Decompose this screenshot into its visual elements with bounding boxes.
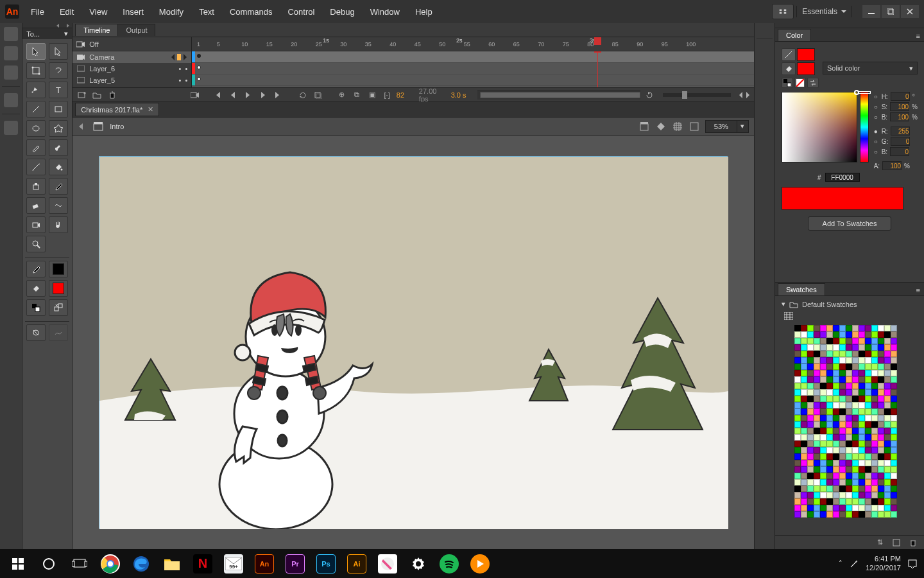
krita-icon[interactable] (373, 551, 402, 577)
line-tool[interactable] (26, 101, 46, 118)
timeline-fit-zoom[interactable] (739, 90, 749, 100)
system-tray[interactable]: ˄ 6:41 PM 12/20/2017 (839, 555, 920, 572)
swap-color-icon[interactable] (807, 78, 819, 88)
width-tool[interactable] (49, 197, 68, 214)
delete-layer-button[interactable] (107, 90, 117, 100)
h-input[interactable] (891, 92, 910, 101)
pencil-tool[interactable] (26, 139, 46, 156)
b-input[interactable] (890, 112, 909, 121)
rail-history-icon[interactable] (4, 93, 18, 107)
free-transform-tool[interactable] (26, 62, 46, 79)
menu-file[interactable]: File (24, 4, 51, 19)
menu-debug[interactable]: Debug (323, 4, 361, 19)
zoom-tool[interactable] (26, 236, 46, 252)
stage-area[interactable] (73, 136, 754, 549)
no-color-icon[interactable] (794, 78, 806, 88)
bw-default-icon[interactable] (782, 78, 793, 88)
scene-icon[interactable] (93, 122, 103, 131)
fill-color-icon[interactable] (26, 280, 46, 297)
new-swatch-button[interactable] (891, 538, 902, 548)
snap-to-object[interactable] (26, 324, 46, 341)
illustrator-icon[interactable]: Ai (343, 551, 371, 577)
maximize-button[interactable] (882, 5, 900, 18)
menu-modify[interactable]: Modify (153, 4, 190, 19)
netflix-icon[interactable]: N (189, 551, 217, 577)
timeline-zoom-slider[interactable] (663, 93, 731, 97)
add-to-swatches-button[interactable]: Add To Swatches (808, 216, 891, 231)
spotify-icon[interactable] (435, 551, 463, 577)
workspace-switcher[interactable]: Essentials (796, 6, 852, 17)
menu-insert[interactable]: Insert (116, 4, 150, 19)
color-panel-tab[interactable]: Color (778, 29, 811, 41)
marker-button[interactable]: [·] (381, 90, 392, 100)
rail-info-icon[interactable] (4, 46, 18, 60)
default-colors[interactable] (26, 299, 46, 316)
hex-input[interactable] (825, 173, 860, 182)
document-tab[interactable]: Christmas 2017.fla* ✕ (75, 103, 159, 116)
menu-window[interactable]: Window (364, 4, 406, 19)
polystar-tool[interactable] (49, 120, 68, 137)
layer-row-camera[interactable]: Camera (73, 51, 191, 63)
edge-icon[interactable] (127, 551, 155, 577)
premiere-icon[interactable]: Pr (281, 551, 309, 577)
smooth-option[interactable] (49, 324, 68, 341)
stage-canvas[interactable] (99, 156, 728, 529)
delete-swatch-button[interactable] (907, 538, 919, 548)
media-player-icon[interactable] (466, 551, 494, 577)
onion-outlines[interactable]: ▣ (366, 90, 377, 100)
playhead[interactable] (597, 51, 598, 87)
step-back[interactable] (227, 90, 238, 100)
rail-align-icon[interactable] (4, 27, 18, 41)
track-camera[interactable] (192, 51, 754, 63)
clip-stage-icon[interactable] (672, 121, 683, 132)
color-mode-select[interactable]: Solid color▾ (823, 62, 918, 74)
subselection-tool[interactable] (49, 43, 68, 60)
onion-skin-button[interactable] (312, 90, 323, 100)
eraser-tool[interactable] (26, 197, 46, 214)
start-button[interactable] (4, 551, 32, 577)
color-picker-area[interactable] (782, 92, 857, 162)
animate-taskbar-icon[interactable]: An (250, 551, 278, 577)
pen-tool[interactable] (26, 82, 46, 98)
timeline-scrollbar[interactable] (477, 91, 640, 100)
ink-bottle-tool[interactable] (26, 178, 46, 195)
back-icon[interactable] (78, 123, 87, 130)
center-frame-button[interactable]: ⊕ (336, 90, 347, 100)
edit-scene-icon[interactable] (638, 121, 650, 132)
menu-edit[interactable]: Edit (53, 4, 80, 19)
stroke-color-eyedropper[interactable] (26, 261, 46, 277)
layer-row-5[interactable]: Layer_5 • • (73, 74, 191, 86)
new-folder-button[interactable] (92, 90, 103, 100)
goto-last-frame[interactable] (272, 90, 283, 100)
swatches-grid[interactable] (794, 325, 918, 529)
selection-tool[interactable] (26, 43, 46, 60)
mail-icon[interactable]: 99+ (219, 551, 248, 577)
oval-tool[interactable] (26, 120, 46, 137)
bone-tool[interactable] (26, 159, 46, 175)
panel-menu-icon[interactable]: ≡ (912, 31, 924, 41)
swatches-menu-icon[interactable]: ≡ (912, 285, 924, 295)
bv-input[interactable] (890, 147, 909, 156)
rectangle-tool[interactable] (49, 101, 68, 118)
tab-output[interactable]: Output (117, 24, 155, 36)
brush-tool[interactable] (49, 139, 68, 156)
zoom-input[interactable]: ▾ (705, 120, 749, 133)
notifications-icon[interactable] (907, 559, 918, 569)
timeline-reset-zoom[interactable] (644, 90, 655, 100)
swatches-panel-tab[interactable]: Swatches (778, 283, 825, 295)
menu-help[interactable]: Help (409, 4, 439, 19)
camera-toggle-icon[interactable] (76, 40, 85, 49)
fill-mode-icon[interactable] (782, 62, 796, 75)
pen-tray-icon[interactable] (849, 559, 859, 569)
camera-footer-icon[interactable] (190, 90, 201, 100)
menu-commands[interactable]: Commands (223, 4, 278, 19)
rail-transform-icon[interactable] (4, 66, 18, 80)
current-frame-value[interactable]: 82 (397, 91, 415, 99)
a-input[interactable] (882, 161, 902, 170)
tray-up-icon[interactable]: ˄ (839, 559, 843, 568)
stroke-color-swatch[interactable] (49, 261, 68, 277)
chrome-icon[interactable] (96, 551, 124, 577)
current-stroke-swatch[interactable] (797, 48, 815, 61)
chevron-right-icon[interactable] (182, 54, 187, 60)
task-view-button[interactable] (65, 551, 94, 577)
